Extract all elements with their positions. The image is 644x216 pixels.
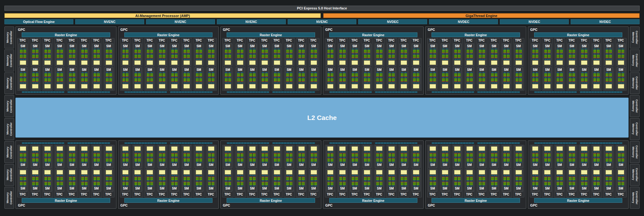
memory-controller-box: MemoryController — [4, 187, 14, 209]
green-core-block — [458, 78, 460, 81]
yellow-cache-bar — [69, 60, 75, 65]
teal-strip — [367, 162, 370, 163]
teal-strip — [621, 72, 624, 73]
yellow-cache-bar — [122, 84, 129, 88]
sm-core-column — [479, 153, 482, 163]
rop-strip — [477, 91, 520, 93]
red-strip — [69, 76, 72, 77]
teal-strip — [93, 185, 96, 186]
red-strip — [44, 76, 47, 77]
green-core-block — [392, 177, 395, 180]
sm-core-column — [330, 177, 333, 187]
red-strip — [364, 81, 367, 82]
green-core-block — [72, 50, 75, 53]
green-core-block — [560, 50, 563, 53]
red-strip — [36, 81, 38, 82]
green-core-block — [106, 78, 109, 81]
sm-core-column — [470, 48, 473, 58]
green-core-block — [277, 182, 280, 185]
sm-label: SM — [401, 68, 407, 72]
red-strip — [355, 81, 358, 82]
sm-core-column — [479, 48, 482, 58]
teal-strip — [388, 48, 391, 49]
sm-label: SM — [327, 68, 334, 72]
sm-label: SM — [184, 44, 190, 48]
teal-strip — [401, 72, 404, 73]
green-core-block — [544, 55, 547, 58]
green-core-block — [175, 182, 178, 185]
teal-strip — [81, 48, 84, 49]
teal-strip — [618, 151, 624, 152]
green-core-block — [196, 78, 199, 81]
sm-label: SM — [147, 163, 153, 167]
teal-strip — [585, 48, 587, 49]
yellow-cache-bar — [286, 84, 292, 88]
teal-strip — [519, 54, 522, 54]
teal-strip — [97, 77, 100, 78]
sm-core-column — [413, 177, 416, 187]
sm-core-column — [138, 72, 141, 82]
red-strip — [416, 53, 419, 53]
red-strip — [609, 53, 612, 53]
teal-strip — [150, 54, 153, 54]
sm-block: SM — [43, 67, 52, 90]
sm-label: SM — [544, 163, 551, 167]
sm-core-columns — [311, 48, 317, 58]
red-strip — [556, 53, 559, 53]
red-strip — [556, 81, 559, 82]
sm-label: SM — [225, 68, 231, 72]
sm-block: SM — [260, 145, 269, 168]
sm-label: SM — [20, 187, 26, 190]
teal-strip — [569, 151, 575, 152]
sm-label: SM — [491, 68, 497, 72]
red-strip — [199, 81, 202, 82]
sm-block: SM — [309, 43, 318, 66]
sm-core-column — [442, 177, 445, 187]
sm-core-column — [196, 177, 199, 187]
sm-core-columns — [298, 177, 305, 187]
teal-strip — [544, 82, 551, 83]
yellow-cache-bar — [147, 60, 153, 65]
sm-core-column — [302, 177, 305, 187]
sm-core-columns — [311, 177, 317, 187]
green-core-block — [290, 55, 292, 58]
teal-strip — [503, 151, 510, 152]
red-strip — [187, 76, 190, 77]
sm-label: SM — [249, 68, 256, 72]
sm-core-column — [69, 72, 72, 82]
teal-strip — [516, 59, 522, 60]
sm-core-column — [159, 153, 162, 163]
red-strip — [479, 53, 482, 53]
sm-core-column — [503, 48, 506, 58]
memory-controller-label-line: Memory — [631, 118, 635, 140]
sm-core-column — [44, 72, 47, 82]
sm-block: SM — [207, 145, 216, 168]
green-core-block — [262, 182, 264, 185]
teal-strip — [277, 54, 280, 54]
teal-strip — [544, 162, 547, 163]
sm-core-column — [240, 177, 243, 187]
red-strip — [454, 76, 457, 77]
sm-block: SM — [543, 145, 552, 168]
sm-core-column — [482, 177, 485, 187]
tpc-block: TPCSMSM — [591, 38, 602, 91]
red-strip — [609, 58, 612, 58]
sm-core-column — [134, 177, 137, 187]
green-core-block — [72, 182, 75, 185]
sm-core-columns — [106, 72, 112, 82]
green-core-block — [430, 78, 432, 81]
green-core-block — [416, 73, 419, 76]
green-core-block — [621, 73, 624, 76]
sm-core-columns — [134, 48, 141, 58]
green-core-block — [544, 159, 547, 162]
yellow-cache-bar — [376, 170, 382, 174]
teal-strip — [93, 59, 100, 60]
green-core-block — [138, 78, 141, 81]
sm-core-column — [150, 177, 153, 187]
sm-label: SM — [44, 163, 51, 167]
red-strip — [302, 76, 305, 77]
memory-controller-label: MemoryController — [6, 95, 13, 117]
tpc-label: TPC — [92, 193, 101, 196]
teal-strip — [249, 175, 256, 176]
yellow-cache-bar — [466, 84, 473, 88]
